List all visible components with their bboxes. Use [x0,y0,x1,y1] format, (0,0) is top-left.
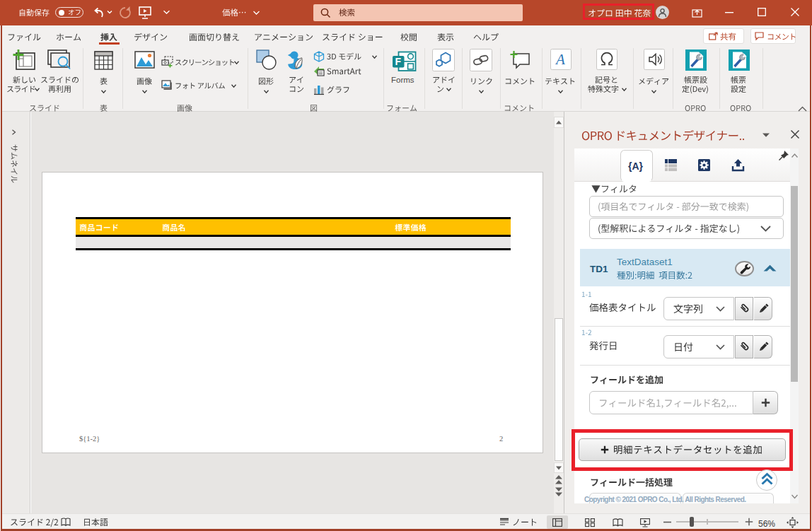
svg-text:F: F [395,56,402,67]
svg-text:A: A [555,51,565,68]
